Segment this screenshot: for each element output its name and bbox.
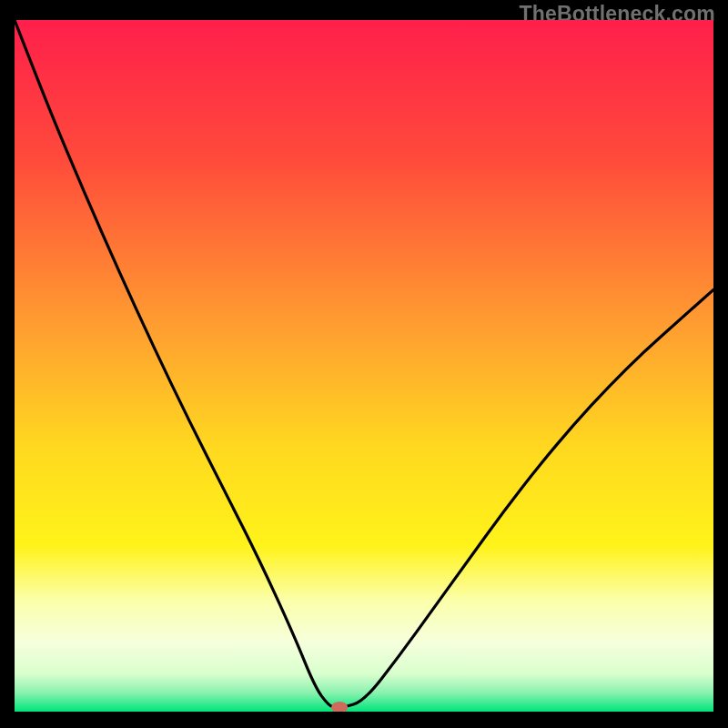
chart-container: TheBottleneck.com [0,0,728,728]
chart-background [15,20,713,712]
chart-svg [15,20,713,712]
